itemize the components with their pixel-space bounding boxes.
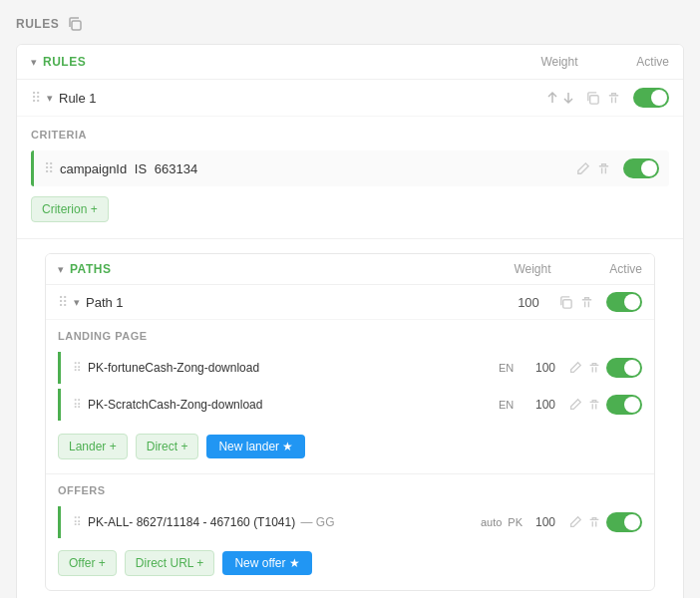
delete-lander-1-icon[interactable] — [587, 361, 601, 375]
rule-name: Rule 1 — [59, 91, 545, 106]
sort-icons — [545, 91, 575, 105]
criteria-value: 663134 — [155, 161, 197, 176]
criteria-operator: IS — [135, 161, 147, 176]
lander-name-1: PK-fortuneCash-Zong-download — [88, 361, 499, 375]
copy-rule-icon[interactable] — [585, 91, 600, 106]
lander-toggle-2[interactable] — [606, 395, 642, 415]
delete-criteria-icon[interactable] — [596, 161, 611, 176]
path-chevron[interactable]: ▾ — [74, 296, 80, 309]
paths-weight-header: Weight — [493, 262, 572, 276]
page-title-text: RULES — [16, 17, 59, 31]
page-title: RULES — [16, 16, 684, 32]
lander-weight-2: 100 — [530, 398, 560, 412]
offer-weight: 100 — [530, 515, 560, 529]
active-header: Active — [599, 55, 669, 69]
delete-rule-icon[interactable] — [606, 91, 621, 106]
rule-drag-handle[interactable]: ⠿ — [31, 90, 41, 106]
offer-auto: auto — [481, 516, 502, 528]
new-offer-label: New offer ★ — [234, 556, 299, 570]
rules-panel: ▾ RULES Weight Active ⠿ ▾ Rule 1 CRITERI… — [16, 44, 684, 598]
rule-row: ⠿ ▾ Rule 1 — [17, 80, 683, 117]
weight-header: Weight — [520, 55, 599, 69]
rules-header: ▾ RULES Weight Active — [17, 45, 683, 80]
new-offer-button[interactable]: New offer ★ — [222, 551, 311, 575]
svg-rect-0 — [72, 21, 81, 30]
criteria-drag-handle[interactable]: ⠿ — [44, 160, 54, 176]
add-lander-button[interactable]: Lander + — [58, 434, 128, 459]
edit-lander-1-icon[interactable] — [568, 361, 582, 375]
delete-offer-icon[interactable] — [587, 515, 601, 529]
new-lander-button[interactable]: New lander ★ — [206, 435, 305, 458]
copy-path-icon[interactable] — [558, 295, 573, 310]
path-drag-handle[interactable]: ⠿ — [58, 294, 68, 310]
lander-name-2: PK-ScratchCash-Zong-download — [88, 398, 499, 412]
criteria-toggle[interactable] — [623, 158, 659, 178]
lander-row-1: ⠿ PK-fortuneCash-Zong-download EN 100 — [58, 352, 642, 384]
criteria-section: CRITERIA ⠿ campaignId IS 663134 Criterio… — [17, 117, 683, 239]
edit-offer-icon[interactable] — [568, 515, 582, 529]
path-toggle[interactable] — [606, 292, 642, 312]
offers-section: OFFERS ⠿ PK-ALL- 8627/11184 - 467160 (T1… — [46, 474, 654, 590]
landing-section: LANDING PAGE ⠿ PK-fortuneCash-Zong-downl… — [46, 320, 654, 474]
rule-chevron[interactable]: ▾ — [47, 92, 53, 105]
edit-criteria-icon[interactable] — [575, 161, 590, 176]
lander-drag-handle-1[interactable]: ⠿ — [73, 361, 82, 375]
direct-button[interactable]: Direct + — [136, 434, 199, 459]
criteria-field: campaignId — [60, 161, 127, 176]
rules-chevron[interactable]: ▾ — [31, 56, 37, 69]
path-row: ⠿ ▾ Path 1 100 — [46, 285, 654, 320]
path-action-icons — [558, 295, 594, 310]
offers-title: OFFERS — [58, 484, 642, 496]
offer-row-1: ⠿ PK-ALL- 8627/11184 - 467160 (T1041) — … — [58, 506, 642, 538]
lander-toggle-1[interactable] — [606, 358, 642, 378]
paths-header: ▾ PATHS Weight Active — [46, 254, 654, 285]
lander-lang-2: EN — [499, 399, 523, 411]
lander-row-2: ⠿ PK-ScratchCash-Zong-download EN 100 — [58, 389, 642, 421]
offer-name-1: PK-ALL- 8627/11184 - 467160 (T1041) — GG — [88, 515, 481, 529]
criteria-action-icons — [575, 161, 611, 176]
criteria-row: ⠿ campaignId IS 663134 — [31, 150, 669, 186]
landing-title: LANDING PAGE — [58, 330, 642, 342]
offer-dash: — GG — [300, 515, 334, 529]
lander-weight-1: 100 — [530, 361, 560, 375]
offer-drag-handle[interactable]: ⠿ — [73, 515, 82, 529]
add-criterion-button[interactable]: Criterion + — [31, 196, 109, 222]
criteria-title: CRITERIA — [31, 129, 669, 141]
offer-actions: Offer + Direct URL + New offer ★ — [58, 544, 642, 580]
paths-chevron[interactable]: ▾ — [58, 263, 64, 276]
delete-path-icon[interactable] — [579, 295, 594, 310]
paths-panel: ▾ PATHS Weight Active ⠿ ▾ Path 1 100 — [45, 253, 655, 591]
criteria-text: campaignId IS 663134 — [60, 161, 575, 176]
copy-icon[interactable] — [67, 16, 83, 32]
sort-up-icon[interactable] — [545, 91, 559, 105]
delete-lander-2-icon[interactable] — [587, 398, 601, 412]
rule-action-icons — [585, 91, 621, 106]
edit-lander-2-icon[interactable] — [568, 398, 582, 412]
path-weight: 100 — [499, 295, 558, 310]
add-offer-button[interactable]: Offer + — [58, 550, 117, 576]
paths-active-header: Active — [572, 262, 642, 276]
path-name: Path 1 — [86, 295, 499, 310]
lander-lang-1: EN — [499, 362, 523, 374]
offer-pk: PK — [508, 516, 523, 528]
lander-actions: Lander + Direct + New lander ★ — [58, 426, 642, 463]
new-lander-label: New lander ★ — [218, 440, 293, 453]
svg-rect-2 — [563, 299, 571, 307]
offer-toggle[interactable] — [606, 512, 642, 532]
sort-down-icon[interactable] — [561, 91, 575, 105]
rules-section-label: RULES — [43, 55, 520, 69]
svg-rect-1 — [590, 95, 598, 103]
lander-drag-handle-2[interactable]: ⠿ — [73, 398, 82, 412]
paths-section-label: PATHS — [70, 262, 493, 276]
rule-toggle[interactable] — [633, 88, 669, 108]
direct-url-button[interactable]: Direct URL + — [125, 550, 215, 576]
